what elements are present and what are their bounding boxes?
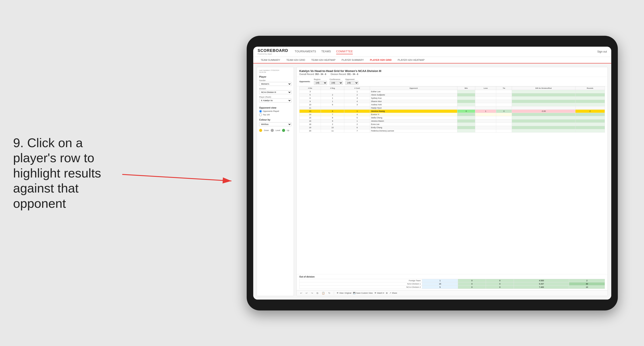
crop-icon: ⊞ bbox=[386, 292, 388, 294]
opponent-filter: Opponent (All) bbox=[345, 78, 358, 85]
save-icon: 💾 bbox=[353, 292, 356, 294]
nav-teams[interactable]: TEAMS bbox=[321, 49, 331, 54]
table-row[interactable]: 19106 Emily Chang bbox=[300, 126, 605, 129]
copy-btn[interactable]: ⧉ bbox=[316, 291, 319, 295]
table-row[interactable]: 613 Sydney Kuo bbox=[300, 96, 605, 100]
grid-title: Katelyn Vo Head-to-Head Grid for Women's… bbox=[299, 69, 605, 73]
colour-down bbox=[259, 129, 262, 132]
label-down: Down bbox=[264, 129, 269, 132]
label-up: Up bbox=[287, 129, 290, 132]
share-icon: ↗ bbox=[390, 292, 391, 294]
sub-nav-player-summary[interactable]: PLAYER SUMMARY bbox=[338, 57, 367, 63]
left-panel: Last Updated: 27/03/202416:55:38 Player … bbox=[257, 67, 294, 296]
nav-committee[interactable]: COMMITTEE bbox=[336, 49, 353, 54]
region-label: Region bbox=[314, 78, 327, 80]
watch-icon: 👁 bbox=[374, 292, 376, 294]
table-row[interactable]: 1585 Stella Cheng bbox=[300, 116, 605, 119]
sub-nav-team-summary[interactable]: TEAM SUMMARY bbox=[258, 57, 283, 63]
player-section-title: Player bbox=[259, 75, 292, 78]
share-btn[interactable]: ↗ Share bbox=[390, 292, 397, 294]
sub-nav-team-h2h-grid[interactable]: TEAM H2H GRID bbox=[283, 57, 308, 63]
table-row[interactable]: 1474 Eunice Yi bbox=[300, 113, 605, 116]
gender-label: Gender bbox=[259, 79, 292, 82]
table-row[interactable]: 1691 Jessica Mason bbox=[300, 119, 605, 123]
table-header-row: # Div # Reg # Conf Opponent Win Loss Tie… bbox=[300, 86, 605, 90]
table-row[interactable]: 20117 Federica Domecq Lacroze bbox=[300, 129, 605, 132]
grid-header: Katelyn Vo Head-to-Head Grid for Women's… bbox=[297, 67, 608, 77]
player-rank-select[interactable]: 8. Katelyn Vo bbox=[259, 99, 292, 102]
label-level: Level bbox=[276, 129, 280, 132]
table-row[interactable]: 1063 Andrea York bbox=[300, 103, 605, 106]
watch-btn[interactable]: 👁 Watch ▾ bbox=[374, 292, 384, 294]
highlighted-player-row[interactable]: 1361 Jessica Huang 0 1 0 -3.00 2 bbox=[300, 109, 605, 113]
division-label: Division bbox=[259, 88, 292, 90]
colour-up bbox=[282, 129, 285, 132]
table-row[interactable]: 522 Alexis Sudjianto bbox=[300, 93, 605, 96]
region-filter: Region (All) bbox=[314, 78, 327, 85]
sub-nav: TEAM SUMMARY TEAM H2H GRID TEAM H2H HEAT… bbox=[253, 57, 611, 63]
redo-btn[interactable]: ↩ bbox=[305, 291, 308, 295]
division-select[interactable]: NCAA Division III bbox=[259, 90, 292, 94]
forward-btn[interactable]: ↪ bbox=[310, 291, 314, 295]
grid-records: Overall Record: 353 - 34 - 6 Division Re… bbox=[299, 73, 605, 75]
sub-nav-player-h2h-grid[interactable]: PLAYER H2H GRID bbox=[367, 57, 395, 63]
conference-select[interactable]: (All) bbox=[330, 81, 343, 85]
out-row-naia[interactable]: NAIA Division 1 15 0 0 9.267 30 bbox=[300, 282, 605, 285]
tablet-frame: SCOREBOARD Powered by clippd TOURNAMENTS… bbox=[247, 36, 618, 311]
opponent-select[interactable]: (All) bbox=[345, 81, 358, 85]
top-nav: SCOREBOARD Powered by clippd TOURNAMENTS… bbox=[253, 47, 611, 57]
view-label: View: Original bbox=[339, 292, 351, 294]
col-reg: # Reg bbox=[321, 86, 344, 90]
paste-btn[interactable]: 📋 bbox=[321, 291, 326, 295]
opponent-view-title: Opponent view bbox=[259, 106, 292, 109]
undo-btn[interactable]: ↩ bbox=[299, 291, 303, 295]
logo-main: SCOREBOARD bbox=[258, 48, 288, 53]
colour-by-title: Colour by bbox=[259, 118, 292, 121]
crop-btn[interactable]: ⊞ bbox=[386, 292, 388, 294]
logo-sub: Powered by clippd bbox=[258, 53, 288, 55]
conference-filter: Conference (All) bbox=[330, 78, 343, 85]
sub-nav-player-h2h-heatmap[interactable]: PLAYER H2H HEATMAP bbox=[395, 57, 428, 63]
radio-top100[interactable]: Top 100 bbox=[259, 113, 292, 116]
out-row-ncaa2[interactable]: NCAA Division 2 5 0 0 7.400 10 bbox=[300, 285, 605, 289]
svg-line-1 bbox=[122, 174, 232, 181]
last-updated: Last Updated: 27/03/202416:55:38 bbox=[259, 69, 292, 73]
watch-label: Watch ▾ bbox=[377, 292, 384, 294]
table-row[interactable]: 1822 Euna Lee bbox=[300, 123, 605, 126]
region-select[interactable]: (All) bbox=[314, 81, 327, 85]
view-original-btn[interactable]: 👁 View: Original bbox=[337, 292, 351, 294]
share-label: Share bbox=[392, 292, 397, 294]
sub-nav-team-h2h-heatmap[interactable]: TEAM H2H HEATMAP bbox=[308, 57, 338, 63]
bottom-toolbar: ↩ ↩ ↪ ⧉ 📋 ↻ 👁 View: Original 💾 Save Cust… bbox=[297, 290, 608, 296]
out-row-foreign[interactable]: Foreign Team 1 0 0 4.500 2 bbox=[300, 279, 605, 282]
opponents-label: Opponents: bbox=[299, 80, 310, 83]
table-row[interactable]: 11 Haeijo Hyun bbox=[300, 106, 605, 109]
col-diff: Diff Av Strokes/Rnd bbox=[512, 86, 575, 90]
annotation-text: 9. Click on a player's row to highlight … bbox=[13, 135, 105, 211]
save-custom-view-btn[interactable]: 💾 Save Custom View bbox=[353, 292, 373, 294]
refresh-btn[interactable]: ↻ bbox=[328, 291, 331, 295]
radio-opponents-played[interactable]: Opponents Played bbox=[259, 110, 292, 113]
table-row[interactable]: 31 Esther Lee bbox=[300, 90, 605, 93]
nav-tournaments[interactable]: TOURNAMENTS bbox=[295, 49, 316, 54]
col-div: # Div bbox=[300, 86, 321, 90]
filters-row: Opponents: Region (All) Conference (All) bbox=[297, 77, 608, 86]
tablet-screen: SCOREBOARD Powered by clippd TOURNAMENTS… bbox=[253, 47, 611, 300]
table-row[interactable]: 914 Sharon Mun bbox=[300, 100, 605, 103]
nav-items: TOURNAMENTS TEAMS COMMITTEE bbox=[295, 49, 597, 54]
out-of-division-table: Foreign Team 1 0 0 4.500 2 NAIA Division… bbox=[299, 279, 605, 289]
colour-by-select[interactable]: Win/loss bbox=[259, 122, 292, 126]
sign-out-link[interactable]: Sign out bbox=[597, 50, 607, 53]
player-rank-label: Player (Rank) bbox=[259, 96, 292, 98]
col-win: Win bbox=[457, 86, 475, 90]
col-loss: Loss bbox=[475, 86, 496, 90]
overall-record: Overall Record: 353 - 34 - 6 bbox=[299, 73, 326, 75]
grid-table-container: # Div # Reg # Conf Opponent Win Loss Tie… bbox=[297, 86, 608, 274]
out-of-division-title: Out of division bbox=[299, 276, 605, 278]
right-panel: Katelyn Vo Head-to-Head Grid for Women's… bbox=[296, 67, 608, 296]
save-label: Save Custom View bbox=[356, 292, 373, 294]
col-rounds: Rounds bbox=[575, 86, 605, 90]
logo: SCOREBOARD Powered by clippd bbox=[258, 48, 288, 55]
gender-select[interactable]: Women's bbox=[259, 82, 292, 86]
opponent-filter-label: Opponent bbox=[345, 78, 358, 80]
